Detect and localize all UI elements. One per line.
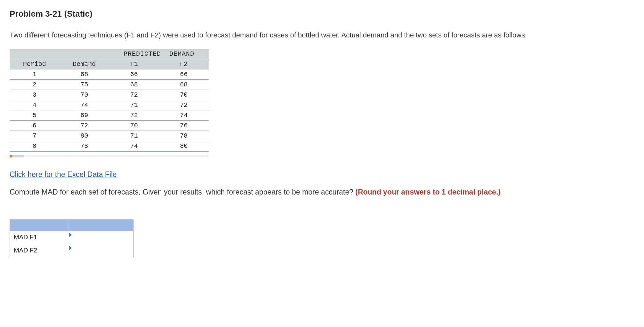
header-f2: F2 <box>159 59 209 69</box>
question-text: Compute MAD for each set of forecasts. G… <box>10 187 586 197</box>
table-row: 7 80 71 78 <box>10 131 209 141</box>
cell-period: 6 <box>10 120 60 131</box>
cell-f2: 80 <box>159 141 209 151</box>
problem-title: Problem 3-21 (Static) <box>10 8 634 20</box>
cell-demand: 78 <box>60 141 109 151</box>
mad-f2-input[interactable] <box>69 244 133 257</box>
answer-header-blank-2 <box>69 219 133 231</box>
cell-f2: 74 <box>159 110 209 120</box>
demand-table: PREDICTED DEMAND Period Demand F1 F2 1 6… <box>10 49 209 152</box>
answer-row: MAD F1 <box>10 231 133 244</box>
answer-table: MAD F1 MAD F2 <box>10 219 133 257</box>
cell-demand: 72 <box>60 120 109 131</box>
table-row: 6 72 70 76 <box>10 120 209 131</box>
problem-page: Problem 3-21 (Static) Two different fore… <box>0 0 644 270</box>
cell-period: 5 <box>10 110 60 120</box>
problem-intro: Two different forecasting techniques (F1… <box>10 30 586 40</box>
cell-period: 7 <box>10 131 60 141</box>
header-f1: F1 <box>109 59 159 69</box>
cell-demand: 68 <box>60 69 109 79</box>
cell-f2: 66 <box>159 69 209 79</box>
mad-f2-cell[interactable] <box>69 244 133 257</box>
cell-f1: 74 <box>109 141 159 151</box>
cell-period: 2 <box>10 79 60 90</box>
header-demand: Demand <box>60 59 109 69</box>
cell-period: 8 <box>10 141 60 151</box>
cell-demand: 69 <box>60 110 109 120</box>
table-scrollbar[interactable] <box>10 155 209 157</box>
cell-f1: 68 <box>109 79 159 90</box>
mad-f1-input[interactable] <box>69 231 133 244</box>
input-marker-icon <box>69 232 72 237</box>
cell-f2: 72 <box>159 100 209 110</box>
table-row: 5 69 72 74 <box>10 110 209 120</box>
mad-f1-label: MAD F1 <box>10 231 69 244</box>
mad-f1-cell[interactable] <box>69 231 133 244</box>
table-row: 1 68 66 66 <box>10 69 209 79</box>
header-blank-1 <box>10 49 60 59</box>
table-header-row-1: PREDICTED DEMAND <box>10 49 209 59</box>
table-header-row-2: Period Demand F1 F2 <box>10 59 209 69</box>
excel-data-file-link[interactable]: Click here for the Excel Data File <box>10 170 117 179</box>
cell-f2: 68 <box>159 79 209 90</box>
cell-f1: 71 <box>109 131 159 141</box>
cell-demand: 74 <box>60 100 109 110</box>
table-row: 8 78 74 80 <box>10 141 209 151</box>
cell-demand: 70 <box>60 90 109 100</box>
cell-demand: 75 <box>60 79 109 90</box>
table-body: 1 68 66 66 2 75 68 68 3 70 72 70 <box>10 69 209 151</box>
question-lead: Compute MAD for each set of forecasts. G… <box>10 188 355 196</box>
answer-header-row <box>10 219 133 231</box>
mad-f2-label: MAD F2 <box>10 244 69 257</box>
header-blank-2 <box>60 49 109 59</box>
cell-f2: 78 <box>159 131 209 141</box>
input-marker-icon <box>69 245 72 251</box>
table-row: 2 75 68 68 <box>10 79 209 90</box>
answer-row: MAD F2 <box>10 244 133 257</box>
cell-period: 3 <box>10 90 60 100</box>
header-period: Period <box>10 59 60 69</box>
header-predicted-demand: PREDICTED DEMAND <box>109 49 209 59</box>
cell-f2: 76 <box>159 120 209 131</box>
cell-f1: 70 <box>109 120 159 131</box>
table-row: 4 74 71 72 <box>10 100 209 110</box>
cell-f1: 66 <box>109 69 159 79</box>
answer-header-blank-1 <box>10 219 69 231</box>
question-hint: (Round your answers to 1 decimal place.) <box>355 188 501 196</box>
cell-f1: 72 <box>109 90 159 100</box>
cell-f1: 71 <box>109 100 159 110</box>
cell-period: 1 <box>10 69 60 79</box>
cell-demand: 80 <box>60 131 109 141</box>
cell-f2: 70 <box>159 90 209 100</box>
cell-period: 4 <box>10 100 60 110</box>
data-table-container: PREDICTED DEMAND Period Demand F1 F2 1 6… <box>10 49 209 152</box>
table-row: 3 70 72 70 <box>10 90 209 100</box>
cell-f1: 72 <box>109 110 159 120</box>
